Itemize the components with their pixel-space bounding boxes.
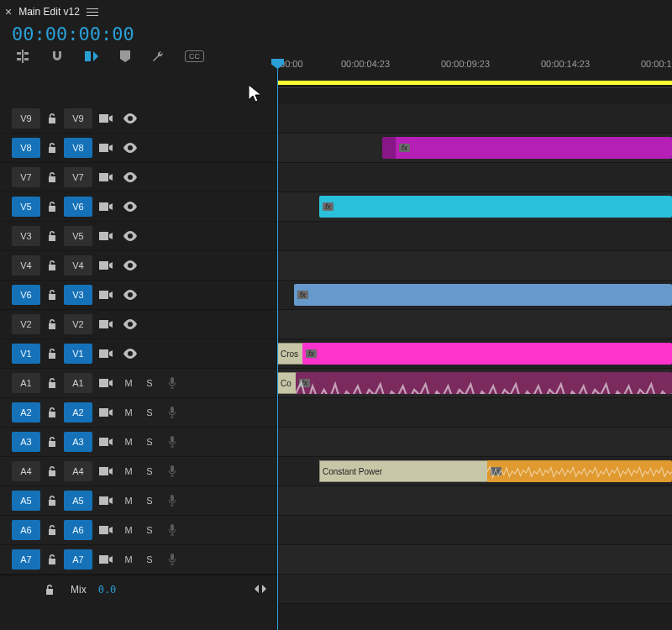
sync-lock-icon[interactable] xyxy=(95,202,117,212)
video-clip[interactable]: fx xyxy=(382,137,672,159)
source-patch[interactable]: A6 xyxy=(12,520,40,540)
eye-icon[interactable] xyxy=(119,260,141,270)
track-target[interactable]: A4 xyxy=(64,461,92,481)
mute-button[interactable]: M xyxy=(119,463,138,480)
track-target[interactable]: A1 xyxy=(64,373,92,393)
source-patch[interactable]: V7 xyxy=(12,167,40,187)
video-track-header[interactable]: V5 V6 xyxy=(0,192,277,222)
lock-icon[interactable] xyxy=(43,318,61,330)
eye-icon[interactable] xyxy=(119,172,141,182)
audio-clip[interactable]: fx xyxy=(487,460,672,482)
source-patch[interactable]: V8 xyxy=(12,138,40,158)
video-clip[interactable]: fx xyxy=(294,284,672,306)
video-lane[interactable]: Cros fx xyxy=(277,339,672,369)
solo-button[interactable]: S xyxy=(140,551,159,568)
source-patch[interactable]: A2 xyxy=(12,402,40,423)
mute-button[interactable]: M xyxy=(119,522,138,538)
source-patch[interactable]: V3 xyxy=(12,226,40,246)
audio-transition[interactable]: Constant Power xyxy=(319,460,494,482)
track-target[interactable]: V9 xyxy=(64,108,92,129)
snap-icon[interactable] xyxy=(50,50,64,63)
track-target[interactable]: V1 xyxy=(64,344,92,364)
source-patch[interactable]: V4 xyxy=(12,255,40,276)
playhead[interactable] xyxy=(277,59,278,630)
lock-icon[interactable] xyxy=(43,113,61,124)
mic-icon[interactable] xyxy=(161,465,183,477)
audio-track-header[interactable]: A4 A4 M S xyxy=(0,457,277,486)
lock-icon[interactable] xyxy=(43,554,61,565)
audio-track-header[interactable]: A2 A2 M S xyxy=(0,398,277,428)
solo-button[interactable]: S xyxy=(140,375,159,391)
source-patch[interactable]: V1 xyxy=(12,344,40,364)
solo-button[interactable]: S xyxy=(140,404,159,421)
video-track-header[interactable]: V7 V7 xyxy=(0,163,277,192)
track-target[interactable]: A5 xyxy=(64,491,92,511)
solo-button[interactable]: S xyxy=(140,522,159,538)
eye-icon[interactable] xyxy=(119,231,141,241)
lock-icon[interactable] xyxy=(43,495,61,507)
video-track-header[interactable]: V9 V9 xyxy=(0,104,277,134)
track-target[interactable]: V6 xyxy=(64,197,92,217)
mic-icon[interactable] xyxy=(161,495,183,507)
audio-lane[interactable]: Co fx xyxy=(277,369,672,398)
track-target[interactable]: V4 xyxy=(64,255,92,276)
lock-icon[interactable] xyxy=(40,584,59,596)
sync-lock-icon[interactable] xyxy=(95,349,117,359)
expand-icon[interactable] xyxy=(254,584,267,596)
sync-lock-icon[interactable] xyxy=(95,319,117,329)
track-lanes[interactable]: fxfxfxCros fxCo fxConstant Power fx xyxy=(277,104,672,630)
sync-lock-icon[interactable] xyxy=(95,231,117,241)
solo-button[interactable]: S xyxy=(140,492,159,509)
video-lane[interactable]: fx xyxy=(277,134,672,163)
lock-icon[interactable] xyxy=(43,260,61,271)
track-target[interactable]: A7 xyxy=(64,549,92,570)
mute-button[interactable]: M xyxy=(119,375,138,391)
sync-lock-icon[interactable] xyxy=(95,378,117,388)
audio-lane[interactable] xyxy=(277,545,672,575)
mute-button[interactable]: M xyxy=(119,433,138,450)
eye-icon[interactable] xyxy=(119,143,141,153)
sync-lock-icon[interactable] xyxy=(95,407,117,417)
lock-icon[interactable] xyxy=(43,465,61,477)
source-patch[interactable]: V9 xyxy=(12,108,40,129)
track-target[interactable]: V2 xyxy=(64,314,92,334)
mic-icon[interactable] xyxy=(161,407,183,418)
audio-track-header[interactable]: A5 A5 M S xyxy=(0,486,277,516)
captions-icon[interactable]: CC xyxy=(185,50,204,62)
video-lane[interactable]: fx xyxy=(277,281,672,310)
track-target[interactable]: A2 xyxy=(64,402,92,423)
video-track-header[interactable]: V4 V4 xyxy=(0,251,277,281)
mute-button[interactable]: M xyxy=(119,404,138,421)
audio-lane[interactable]: Constant Power fx xyxy=(277,457,672,486)
sync-lock-icon[interactable] xyxy=(95,554,117,564)
lock-icon[interactable] xyxy=(43,348,61,360)
source-patch[interactable]: A1 xyxy=(12,373,40,393)
audio-lane[interactable] xyxy=(277,486,672,516)
lock-icon[interactable] xyxy=(43,171,61,183)
video-lane[interactable] xyxy=(277,104,672,134)
video-track-header[interactable]: V2 V2 xyxy=(0,310,277,339)
audio-track-header[interactable]: A7 A7 M S xyxy=(0,545,277,575)
mic-icon[interactable] xyxy=(161,436,183,448)
sync-lock-icon[interactable] xyxy=(95,466,117,476)
audio-track-header[interactable]: A6 A6 M S xyxy=(0,516,277,545)
solo-button[interactable]: S xyxy=(140,463,159,480)
lock-icon[interactable] xyxy=(43,201,61,213)
sync-lock-icon[interactable] xyxy=(95,525,117,535)
mix-track-header[interactable]: Mix 0.0 xyxy=(0,575,277,604)
lock-icon[interactable] xyxy=(43,407,61,418)
eye-icon[interactable] xyxy=(119,113,141,123)
eye-icon[interactable] xyxy=(119,290,141,300)
mix-value[interactable]: 0.0 xyxy=(98,584,117,596)
video-lane[interactable] xyxy=(277,163,672,192)
lock-icon[interactable] xyxy=(43,230,61,242)
sync-lock-icon[interactable] xyxy=(95,290,117,300)
audio-track-header[interactable]: A3 A3 M S xyxy=(0,428,277,457)
sync-lock-icon[interactable] xyxy=(95,496,117,506)
video-lane[interactable] xyxy=(277,251,672,281)
mic-icon[interactable] xyxy=(161,377,183,389)
mic-icon[interactable] xyxy=(161,554,183,565)
insert-mode-icon[interactable] xyxy=(15,50,30,63)
audio-lane[interactable] xyxy=(277,398,672,428)
lock-icon[interactable] xyxy=(43,289,61,301)
